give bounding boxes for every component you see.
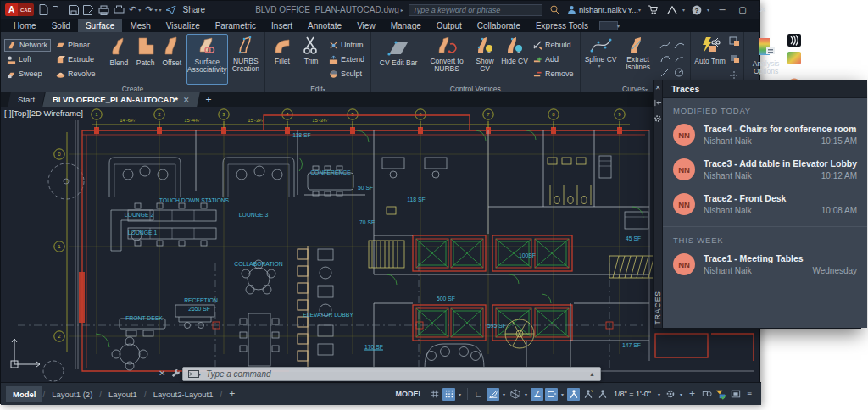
trace-item-trace2[interactable]: NN Trace2 - Front Desk Nishant Naik10:08… bbox=[663, 186, 867, 221]
curvature-analysis-icon[interactable] bbox=[787, 52, 801, 68]
scale-dropdown-icon[interactable]: ▾ bbox=[656, 391, 662, 397]
command-input[interactable]: Type a command bbox=[206, 369, 584, 379]
palette-close-icon[interactable]: ✕ bbox=[655, 84, 661, 91]
annotation-autoscale-toggle[interactable] bbox=[581, 388, 594, 401]
model-space-button[interactable]: MODEL bbox=[392, 390, 427, 398]
untrim-button[interactable]: Untrim bbox=[326, 39, 367, 52]
palette-autohide-icon[interactable] bbox=[654, 99, 662, 107]
command-window-grip[interactable]: ✕ bbox=[159, 368, 181, 378]
ribbon-tab-home[interactable]: Home bbox=[6, 19, 44, 32]
close-button[interactable]: ✕ bbox=[755, 5, 771, 14]
palette-properties-icon[interactable] bbox=[654, 114, 662, 123]
command-wrench-icon[interactable] bbox=[171, 368, 181, 378]
loft-button[interactable]: Loft bbox=[4, 53, 51, 66]
ribbon-tab-mesh[interactable]: Mesh bbox=[122, 19, 158, 32]
tab-close-icon[interactable]: ✕ bbox=[183, 96, 190, 104]
command-history-icon[interactable]: ▲ bbox=[589, 371, 595, 377]
search-icon[interactable] bbox=[548, 3, 562, 17]
layout-tab-layout1[interactable]: Layout1 bbox=[102, 386, 144, 402]
open-folder-icon[interactable] bbox=[53, 3, 64, 17]
rebuild-button[interactable]: Rebuild bbox=[531, 39, 576, 52]
planar-button[interactable]: Planar bbox=[53, 39, 98, 52]
cv-edit-bar-button[interactable]: CV Edit Bar bbox=[375, 34, 422, 85]
add-cv-button[interactable]: Add bbox=[531, 53, 576, 66]
plot-icon[interactable] bbox=[98, 3, 109, 17]
ribbon-tab-visualize[interactable]: Visualize bbox=[159, 19, 208, 32]
graphics-performance-icon[interactable] bbox=[715, 388, 727, 401]
sweep-button[interactable]: Sweep bbox=[4, 68, 51, 80]
hide-cv-button[interactable]: Hide CV bbox=[501, 34, 528, 85]
extract-isolines-button[interactable]: Extract Isolines bbox=[620, 34, 656, 85]
annotation-scale-icon[interactable] bbox=[596, 388, 609, 401]
analysis-options-button[interactable]: Analysis Options bbox=[748, 35, 785, 86]
ribbon-tab-insert[interactable]: Insert bbox=[264, 19, 300, 32]
object-snap-toggle[interactable]: ∠ bbox=[531, 388, 543, 401]
ribbon-tab-express-tools[interactable]: Express Tools bbox=[528, 19, 596, 32]
offset-button[interactable]: Offset bbox=[160, 34, 184, 85]
remove-cv-button[interactable]: Remove bbox=[531, 68, 576, 80]
workspace-dropdown-icon[interactable]: ▾ bbox=[678, 391, 684, 397]
ribbon-tab-parametric[interactable]: Parametric bbox=[208, 19, 264, 32]
polar-dropdown-icon[interactable]: ▾ bbox=[501, 391, 507, 397]
ribbon-tab-output[interactable]: Output bbox=[429, 19, 470, 32]
spline-cv-button[interactable]: Spline CV▾ bbox=[584, 34, 618, 85]
signed-in-user[interactable]: nishant.naikVY...▾ bbox=[567, 5, 641, 14]
customization-button[interactable]: + bbox=[686, 388, 698, 401]
command-prompt-icon[interactable]: ▾ bbox=[188, 370, 201, 378]
save-icon[interactable] bbox=[69, 3, 79, 17]
save-as-icon[interactable] bbox=[83, 3, 94, 17]
tab-start[interactable]: Start bbox=[8, 92, 45, 107]
ribbon-tab-collaborate[interactable]: Collaborate bbox=[470, 19, 528, 32]
ribbon-tab-surface[interactable]: Surface bbox=[78, 19, 122, 32]
network-button[interactable]: Network bbox=[4, 39, 51, 52]
undo-icon[interactable]: ↶ bbox=[129, 3, 136, 17]
autocad-logo-icon[interactable]: A CAD bbox=[5, 3, 34, 16]
layout-tab-layout2[interactable]: Layout2-Layout1 bbox=[147, 386, 220, 402]
qat-customize-icon[interactable]: ▾ bbox=[159, 7, 161, 13]
help-search-input[interactable]: Type a keyword or phrase bbox=[409, 4, 542, 16]
surface-associativity-toggle[interactable]: Surface Associativity bbox=[186, 34, 228, 85]
share-icon[interactable] bbox=[165, 3, 176, 17]
ribbon-tab-manage[interactable]: Manage bbox=[383, 19, 429, 32]
project-view-icon[interactable] bbox=[729, 35, 740, 50]
undo-dropdown-icon[interactable]: ▾ bbox=[138, 7, 141, 13]
featured-apps-button[interactable]: ▾ bbox=[599, 19, 620, 32]
fillet-button[interactable]: Fillet bbox=[269, 34, 296, 85]
app-store-cart-icon[interactable] bbox=[646, 3, 660, 17]
layout-tab-layout1-2[interactable]: Layout1 (2) bbox=[45, 386, 99, 402]
isodraft-dropdown-icon[interactable]: ▾ bbox=[523, 391, 529, 397]
autodesk-dropdown-icon[interactable]: ▾ bbox=[682, 7, 685, 13]
new-drawing-tab-button[interactable]: + bbox=[199, 92, 219, 107]
trim-button[interactable]: Trim bbox=[298, 34, 324, 85]
command-line[interactable]: ▾ Type a command ▲ bbox=[182, 367, 601, 381]
show-cv-button[interactable]: Show CV bbox=[471, 34, 498, 85]
status-menu-icon[interactable]: ≡ bbox=[743, 388, 756, 401]
osnap-dropdown-icon[interactable]: ▾ bbox=[559, 391, 565, 397]
minimize-button[interactable]: ─ bbox=[715, 5, 730, 14]
new-file-icon[interactable] bbox=[38, 3, 48, 17]
convert-to-nurbs-button[interactable]: Convert to NURBS bbox=[425, 34, 469, 85]
line-tool-icon[interactable] bbox=[659, 65, 670, 80]
layout-tab-model[interactable]: Model bbox=[6, 386, 42, 402]
share-label[interactable]: Share bbox=[182, 5, 205, 14]
snap-dropdown-icon[interactable]: ▾ bbox=[457, 391, 463, 397]
extend-button[interactable]: Extend bbox=[326, 53, 367, 66]
ortho-mode-toggle[interactable]: ∟ bbox=[472, 388, 485, 401]
ribbon-tab-annotate[interactable]: Annotate bbox=[300, 19, 349, 32]
snap-mode-toggle[interactable] bbox=[442, 388, 455, 401]
search-expand-icon[interactable]: ▸ bbox=[401, 7, 403, 13]
polar-tracking-toggle[interactable] bbox=[487, 388, 499, 401]
zebra-analysis-icon[interactable] bbox=[787, 34, 801, 50]
trace-item-trace1[interactable]: NN Trace1 - Meeting Tables Nishant NaikW… bbox=[663, 247, 867, 281]
object-snap-tracking-toggle[interactable] bbox=[545, 388, 558, 401]
blend-button[interactable]: Blend bbox=[107, 34, 131, 85]
trace-item-trace4[interactable]: NN Trace4 - Chairs for conference room N… bbox=[663, 117, 867, 152]
circle-tool-icon[interactable] bbox=[674, 65, 685, 80]
new-layout-button[interactable]: + bbox=[222, 386, 242, 402]
command-close-icon[interactable]: ✕ bbox=[159, 368, 165, 378]
print-icon[interactable] bbox=[114, 3, 125, 17]
tab-drawing[interactable]: BLVD OFFICE_PLAN-AUTOCAD*✕ bbox=[42, 92, 199, 107]
ribbon-tab-solid[interactable]: Solid bbox=[44, 19, 78, 32]
auto-trim-toggle[interactable]: Auto Trim bbox=[694, 34, 726, 85]
annotation-scale-value[interactable]: 1/8" = 1'-0" bbox=[610, 390, 654, 398]
